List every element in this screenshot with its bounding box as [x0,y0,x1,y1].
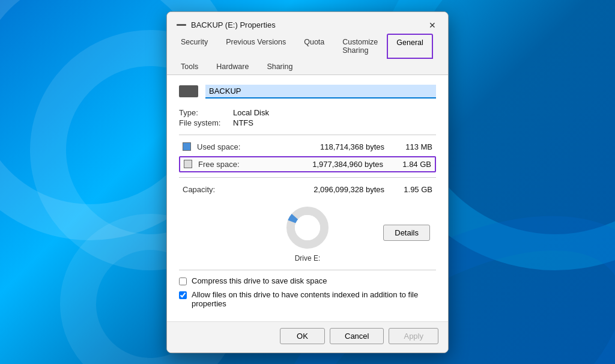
capacity-row: Capacity: 2,096,099,328 bytes 1.95 GB [179,183,436,196]
compress-label[interactable]: Compress this drive to save disk space [192,276,327,285]
capacity-bytes: 2,096,099,328 bytes [245,185,396,194]
dialog-footer: OK Cancel Apply [167,321,448,353]
divider-2 [179,177,436,178]
drive-icon [179,85,198,97]
index-label[interactable]: Allow files on this drive to have conten… [192,290,436,308]
tab-sharing[interactable]: Sharing [258,58,301,75]
compress-checkbox[interactable] [179,278,187,285]
info-table: Type: Local Disk File system: NTFS [179,108,436,127]
tabs-container: Security Previous Versions Quota Customi… [167,34,448,75]
dialog-title: BACKUP (E:) Properties [191,20,276,29]
title-bar-icon [177,24,186,26]
ok-button[interactable]: OK [280,328,325,344]
used-space-bytes: 118,714,368 bytes [251,142,396,151]
capacity-human: 1.95 GB [396,185,432,194]
divider-1 [179,135,436,135]
tab-hardware[interactable]: Hardware [207,58,258,75]
title-bar: BACKUP (E:) Properties ✕ [167,12,448,34]
tab-quota[interactable]: Quota [295,34,333,59]
filesystem-row: File system: NTFS [179,118,436,127]
filesystem-value: NTFS [233,118,253,127]
divider-3 [179,270,436,270]
close-button[interactable]: ✕ [424,17,441,34]
index-row: Allow files on this drive to have conten… [179,290,436,308]
free-space-human: 1.84 GB [395,160,431,169]
used-space-row: Used space: 118,714,368 bytes 113 MB [179,140,436,154]
properties-dialog: BACKUP (E:) Properties ✕ Security Previo… [166,11,449,353]
capacity-label: Capacity: [183,185,245,194]
free-space-color-box [184,160,192,168]
tab-tools[interactable]: Tools [172,58,207,75]
chart-area: Drive E: Details [179,204,436,262]
tab-security[interactable]: Security [172,34,217,59]
free-space-bytes: 1,977,384,960 bytes [252,160,395,169]
tab-previous-versions[interactable]: Previous Versions [217,34,295,59]
type-label: Type: [179,108,233,117]
tab-content: Type: Local Disk File system: NTFS Used … [167,75,448,321]
compress-row: Compress this drive to save disk space [179,276,436,285]
used-space-color-box [183,142,191,151]
svg-point-2 [295,215,320,240]
type-value: Local Disk [233,108,269,117]
tab-customize-sharing[interactable]: CustomizeSharing [333,34,387,59]
used-space-label: Used space: [197,142,251,151]
index-checkbox[interactable] [179,291,187,299]
used-space-human: 113 MB [396,142,432,151]
tab-general[interactable]: General [387,34,432,59]
free-space-row: Free space: 1,977,384,960 bytes 1.84 GB [179,156,436,172]
drive-name-row [179,85,436,99]
filesystem-label: File system: [179,118,233,127]
drive-label: Drive E: [295,254,321,262]
title-bar-left: BACKUP (E:) Properties [177,20,276,29]
cancel-button[interactable]: Cancel [330,328,384,344]
donut-chart [283,204,332,252]
free-space-label: Free space: [198,160,252,169]
type-row: Type: Local Disk [179,108,436,117]
drive-name-input[interactable] [205,85,436,99]
dialog-overlay: BACKUP (E:) Properties ✕ Security Previo… [0,0,615,364]
apply-button[interactable]: Apply [389,328,438,344]
donut-chart-container: Drive E: [283,204,332,262]
details-button[interactable]: Details [383,225,430,241]
